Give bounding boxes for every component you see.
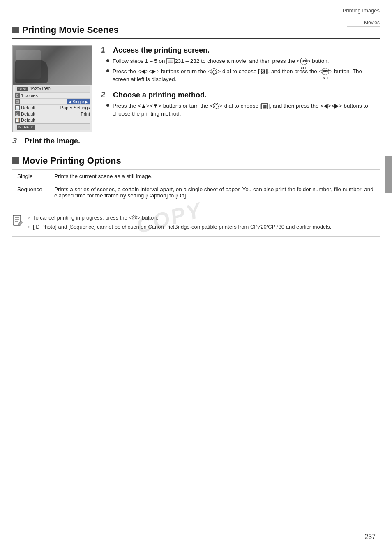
right-tab xyxy=(385,156,392,193)
copies-label: ⧉ 1 copies xyxy=(15,93,38,98)
options-table-row: SequencePrints a series of scenes, a cer… xyxy=(12,183,380,202)
step2-number: 2 xyxy=(101,90,109,99)
step1-bullet1: Follow steps 1 – 5 on 📖231 – 232 to choo… xyxy=(106,57,380,65)
camera-image xyxy=(13,46,92,85)
mode-label: ▤ xyxy=(15,99,20,104)
section1-title: Printing Movie Scenes xyxy=(22,25,119,35)
step2-bullets: Press the <▲><▼> buttons or turn the <> … xyxy=(101,102,380,118)
page-header: Printing Images xyxy=(343,7,380,14)
copies-row: ⧉ 1 copies xyxy=(15,93,90,99)
options-table-row: SinglePrints the current scene as a stil… xyxy=(12,170,380,183)
step1-number: 1 xyxy=(101,45,109,55)
resolution-value: 1920x1080 xyxy=(30,87,51,91)
resolution-badge: 1070 xyxy=(17,87,28,91)
dial-icon2 xyxy=(213,103,219,109)
print-icon-label: 🖨 Default xyxy=(15,111,35,116)
section2-header: Movie Printing Options xyxy=(12,155,380,169)
copies-icon: ⧉ xyxy=(15,93,20,98)
notes-icon xyxy=(12,215,24,228)
notes-list: To cancel printing in progress, press th… xyxy=(28,214,380,232)
step1-title: Access the printing screen. xyxy=(113,46,210,55)
camera-info: 1070 1920x1080 ⧉ 1 copies ▤ ◀ Single ▶ xyxy=(13,85,92,132)
option-name: Single xyxy=(12,170,49,183)
paper-icon: 📄 xyxy=(15,105,20,110)
func-icon2: FUNCSET xyxy=(322,68,329,75)
main-content: Printing Movie Scenes 1070 1920x1080 ⧉ 1… xyxy=(12,25,380,237)
print-label: Print xyxy=(81,111,90,116)
dial-icon1 xyxy=(211,68,217,75)
default-icon: 📋 xyxy=(15,118,20,123)
bullet-dot xyxy=(106,59,109,62)
step2-header: 2 Choose a printing method. xyxy=(101,90,380,99)
mode-row: ▤ ◀ Single ▶ xyxy=(15,99,90,105)
step2: 2 Choose a printing method. Press the <▲… xyxy=(101,90,380,118)
mode-icon: ▤ xyxy=(15,99,20,104)
step1-bullet2-text: Press the <◀><▶> buttons or turn the <> … xyxy=(113,67,380,83)
print-icon: 🖨 xyxy=(15,111,20,116)
options-table: SinglePrints the current scene as a stil… xyxy=(12,169,380,202)
section2-icon xyxy=(12,157,19,164)
print-row: 🖨 Default Print xyxy=(15,111,90,117)
option-description: Prints a series of scenes, a certain int… xyxy=(49,183,380,202)
header-title: Printing Images xyxy=(343,7,380,14)
step1: 1 Access the printing screen. Follow ste… xyxy=(101,45,380,83)
bullet-dot2 xyxy=(106,69,109,72)
section1-icon xyxy=(12,27,19,33)
camera-screen: 1070 1920x1080 ⧉ 1 copies ▤ ◀ Single ▶ xyxy=(12,45,92,132)
default-row: 📋 Default xyxy=(15,117,90,123)
paper-settings-label: Paper Settings xyxy=(60,105,90,110)
steps-content: 1 Access the printing screen. Follow ste… xyxy=(101,45,380,132)
notes-section: To cancel printing in progress, press th… xyxy=(12,210,380,237)
paper-settings-row: 📄 Default Paper Settings xyxy=(15,105,90,111)
step2-bullet1-text: Press the <▲><▼> buttons or turn the <> … xyxy=(113,102,380,118)
note-item: To cancel printing in progress, press th… xyxy=(28,214,380,222)
step3-title: Print the image. xyxy=(25,137,80,146)
option-name: Sequence xyxy=(12,183,49,202)
mode-value: ◀ Single ▶ xyxy=(67,99,90,104)
step3-number: 3 xyxy=(12,136,21,146)
step3-header: 3 Print the image. xyxy=(12,136,380,146)
paper-icon-label: 📄 Default xyxy=(15,105,35,110)
step3: 3 Print the image. xyxy=(12,136,380,146)
step1-header: 1 Access the printing screen. xyxy=(101,45,380,55)
bullet-dot3 xyxy=(106,104,109,107)
page-number: 237 xyxy=(364,533,376,541)
note-item: [ID Photo] and [Sequence] cannot be chos… xyxy=(28,223,380,231)
options-section: Movie Printing Options SinglePrints the … xyxy=(12,155,380,237)
step1-bullets: Follow steps 1 – 5 on 📖231 – 232 to choo… xyxy=(101,57,380,83)
menu-bar: MENU ↩ xyxy=(15,123,90,130)
option-description: Prints the current scene as a still imag… xyxy=(49,170,380,183)
cam-resolution-row: 1070 1920x1080 xyxy=(15,86,90,93)
menu-btn[interactable]: MENU ↩ xyxy=(17,125,35,130)
default-icon-label: 📋 Default xyxy=(15,118,35,123)
content-row: 1070 1920x1080 ⧉ 1 copies ▤ ◀ Single ▶ xyxy=(12,45,380,132)
animal-silhouette xyxy=(15,60,48,83)
section1-header: Printing Movie Scenes xyxy=(12,25,380,39)
step1-bullet1-text: Follow steps 1 – 5 on 📖231 – 232 to choo… xyxy=(113,57,380,65)
func-icon: FUNCSET xyxy=(300,58,307,65)
step1-bullet2: Press the <◀><▶> buttons or turn the <> … xyxy=(106,67,380,83)
step2-bullet1: Press the <▲><▼> buttons or turn the <> … xyxy=(106,102,380,118)
section2-title: Movie Printing Options xyxy=(22,155,121,166)
step2-title: Choose a printing method. xyxy=(113,91,207,99)
